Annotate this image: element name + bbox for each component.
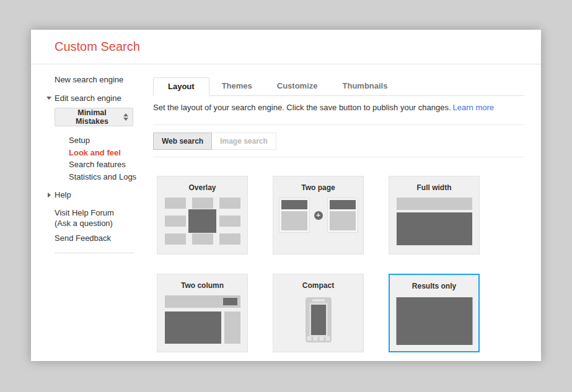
- content-area: New search engine Edit search engine Min…: [31, 64, 541, 352]
- tab-customize[interactable]: Customize: [265, 77, 330, 95]
- updown-arrow-icon: [123, 113, 128, 121]
- results-only-layout-thumbnail: [396, 297, 472, 345]
- layout-option-label: Two page: [273, 176, 363, 192]
- sidebar-item-help[interactable]: Help: [55, 191, 153, 199]
- sidebar-item-label: Help: [55, 190, 71, 199]
- tab-layout[interactable]: Layout: [153, 77, 209, 96]
- divider: [153, 157, 524, 157]
- layout-option-compact[interactable]: Compact: [273, 274, 364, 352]
- sidebar-item-visit-help-forum[interactable]: Visit Help Forum (Ask a question): [55, 207, 153, 229]
- full-width-layout-thumbnail: [397, 198, 472, 245]
- sidebar-item-statistics-and-logs[interactable]: Statistics and Logs: [69, 171, 153, 183]
- layout-option-results-only[interactable]: Results only: [389, 274, 480, 352]
- main-panel: Layout Themes Customize Thumbnails Set t…: [153, 64, 541, 352]
- learn-more-link[interactable]: Learn more: [453, 103, 494, 112]
- sidebar-item-label: Edit search engine: [55, 94, 121, 103]
- sidebar-item-new-search-engine[interactable]: New search engine: [55, 76, 153, 84]
- sidebar-item-look-and-feel[interactable]: Look and feel: [69, 147, 153, 159]
- layout-description: Set the layout of your search engine. Cl…: [153, 102, 524, 113]
- collapse-arrow-icon: [46, 97, 51, 100]
- image-search-button[interactable]: Image search: [211, 133, 276, 150]
- layout-option-full-width[interactable]: Full width: [389, 176, 480, 255]
- sidebar-item-search-features[interactable]: Search features: [69, 159, 153, 171]
- layout-options-grid: Overlay Two page + Full width: [157, 176, 524, 352]
- sidebar: New search engine Edit search engine Min…: [31, 64, 153, 352]
- layout-option-two-page[interactable]: Two page +: [273, 176, 364, 255]
- page-title: Custom Search: [55, 40, 140, 54]
- engine-selector-dropdown[interactable]: Minimal Mistakes: [55, 108, 133, 126]
- expand-arrow-icon: [48, 193, 51, 198]
- compact-layout-thumbnail: [306, 297, 332, 342]
- two-page-layout-thumbnail: +: [279, 198, 358, 233]
- tab-bar: Layout Themes Customize Thumbnails: [153, 77, 524, 96]
- sidebar-item-send-feedback[interactable]: Send Feedback: [55, 234, 153, 243]
- tab-themes[interactable]: Themes: [209, 77, 265, 95]
- two-column-layout-thumbnail: [165, 295, 240, 344]
- tab-thumbnails[interactable]: Thumbnails: [330, 77, 400, 95]
- sidebar-item-edit-search-engine[interactable]: Edit search engine: [55, 94, 153, 103]
- plus-icon: +: [314, 211, 323, 220]
- layout-option-label: Full width: [389, 176, 479, 192]
- search-type-toggle: Web search Image search: [153, 133, 524, 150]
- layout-option-label: Compact: [273, 274, 363, 290]
- custom-search-window: Custom Search New search engine Edit sea…: [31, 30, 541, 361]
- layout-option-label: Two column: [157, 274, 247, 290]
- ask-a-question-label: (Ask a question): [55, 218, 153, 229]
- layout-option-label: Results only: [390, 275, 478, 290]
- sidebar-divider: [55, 253, 134, 253]
- layout-option-overlay[interactable]: Overlay: [157, 176, 248, 255]
- engine-selector-value: Minimal Mistakes: [61, 108, 123, 126]
- divider: [153, 124, 524, 125]
- web-search-button[interactable]: Web search: [153, 133, 212, 150]
- layout-option-two-column[interactable]: Two column: [157, 274, 248, 352]
- layout-option-label: Overlay: [157, 176, 247, 192]
- edit-search-engine-submenu: Setup Look and feel Search features Stat…: [69, 134, 153, 183]
- overlay-layout-thumbnail: [165, 198, 240, 245]
- sidebar-item-setup[interactable]: Setup: [69, 134, 153, 147]
- visit-help-forum-label: Visit Help Forum: [55, 207, 153, 218]
- description-text: Set the layout of your search engine. Cl…: [153, 103, 451, 112]
- app-header: Custom Search: [31, 30, 541, 64]
